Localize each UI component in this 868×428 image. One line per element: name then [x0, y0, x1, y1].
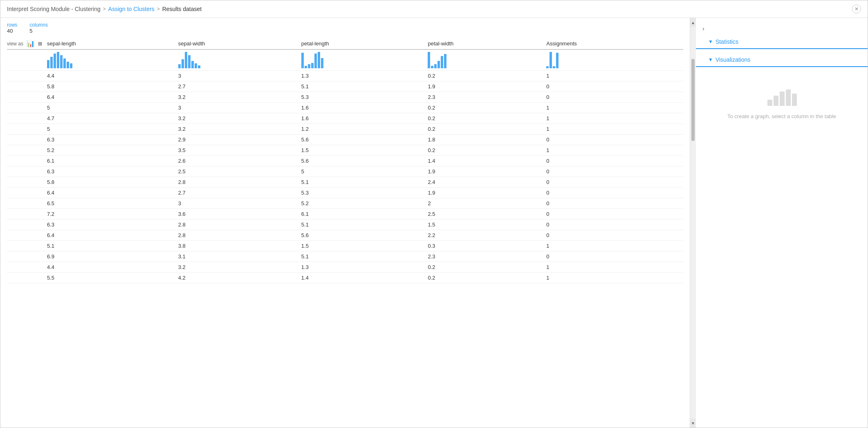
visualizations-title: Visualizations — [715, 56, 750, 63]
cell-0: 5.1 — [47, 241, 178, 251]
cell-3: 1.8 — [428, 134, 546, 145]
cell-0: 5 — [47, 124, 178, 134]
breadcrumb-sep1: > — [103, 6, 106, 12]
cell-0: 5 — [47, 103, 178, 113]
breadcrumb-part1: Interpret Scoring Module - Clustering — [7, 6, 101, 12]
cell-4: 0 — [546, 166, 683, 177]
row-index — [7, 71, 47, 81]
cell-2: 1.6 — [301, 113, 428, 124]
row-index — [7, 220, 47, 230]
viz-placeholder: To create a graph, select a column in th… — [696, 67, 868, 136]
cell-2: 5.6 — [301, 230, 428, 241]
cell-1: 2.6 — [178, 156, 301, 166]
statistics-section-header[interactable]: ▼ Statistics — [696, 35, 868, 49]
table-row: 6.12.65.61.40 — [7, 156, 683, 166]
row-index — [7, 188, 47, 198]
cell-4: 0 — [546, 220, 683, 230]
scroll-down-arrow[interactable]: ▼ — [690, 419, 696, 428]
col-header-sepal-length[interactable]: sepal-length — [47, 38, 178, 49]
bar — [441, 56, 443, 68]
cell-1: 2.7 — [178, 81, 301, 92]
table-row: 4.73.21.60.21 — [7, 113, 683, 124]
bar-view-icon[interactable]: 📊 — [27, 40, 35, 47]
cell-4: 0 — [546, 92, 683, 103]
cell-3: 2.2 — [428, 230, 546, 241]
cell-4: 1 — [546, 124, 683, 134]
cell-1: 2.5 — [178, 166, 301, 177]
svg-rect-0 — [767, 100, 772, 106]
cell-1: 3.5 — [178, 145, 301, 156]
bar — [308, 64, 310, 68]
cell-4: 0 — [546, 230, 683, 241]
bar — [195, 63, 197, 68]
table-row: 6.42.75.31.90 — [7, 188, 683, 198]
svg-rect-1 — [774, 96, 778, 106]
visualizations-section-header[interactable]: ▼ Visualizations — [696, 53, 868, 67]
scrollbar-thumb[interactable] — [691, 59, 695, 141]
close-button[interactable]: ✕ — [852, 4, 861, 13]
cell-1: 3.6 — [178, 209, 301, 220]
table-row: 5.82.75.11.90 — [7, 81, 683, 92]
bar — [54, 54, 56, 68]
cell-3: 2.3 — [428, 92, 546, 103]
cell-0: 6.4 — [47, 230, 178, 241]
cell-2: 1.3 — [301, 262, 428, 273]
cell-1: 3.2 — [178, 124, 301, 134]
cell-3: 1.4 — [428, 156, 546, 166]
cell-4: 0 — [546, 81, 683, 92]
row-index — [7, 177, 47, 188]
cell-0: 7.2 — [47, 209, 178, 220]
col-header-petal-length[interactable]: petal-length — [301, 38, 428, 49]
cell-4: 1 — [546, 103, 683, 113]
row-index — [7, 273, 47, 283]
breadcrumb-part2[interactable]: Assign to Clusters — [108, 6, 155, 12]
row-index — [7, 124, 47, 134]
cell-0: 6.1 — [47, 156, 178, 166]
svg-rect-2 — [780, 92, 785, 106]
cell-4: 0 — [546, 177, 683, 188]
bar — [550, 52, 552, 68]
col-header-assignments[interactable]: Assignments — [546, 38, 683, 49]
cell-1: 4.2 — [178, 273, 301, 283]
col-header-sepal-width[interactable]: sepal-width — [178, 38, 301, 49]
right-panel: › ▼ Statistics ▼ Visualizations — [696, 18, 868, 428]
row-index — [7, 92, 47, 103]
meta-row: rows 40 columns 5 — [0, 18, 690, 38]
center-scrollbar: ▲ ▼ — [690, 18, 696, 428]
placeholder-chart-svg — [765, 83, 798, 108]
cell-4: 1 — [546, 241, 683, 251]
view-as-label: view as — [7, 41, 23, 47]
col-header-petal-width[interactable]: petal-width — [428, 38, 546, 49]
visualizations-arrow-icon: ▼ — [708, 57, 713, 63]
table-row: 5.23.51.50.21 — [7, 145, 683, 156]
table-view-icon[interactable]: ⊞ — [38, 41, 42, 47]
left-panel: rows 40 columns 5 view as 📊 ⊞ — [0, 18, 690, 428]
histogram-sepal-length — [47, 49, 178, 71]
cell-2: 5.6 — [301, 156, 428, 166]
cell-0: 6.3 — [47, 166, 178, 177]
cell-1: 3.1 — [178, 251, 301, 262]
svg-rect-4 — [792, 94, 797, 106]
bar — [553, 66, 555, 68]
cell-3: 1.9 — [428, 166, 546, 177]
cell-2: 1.5 — [301, 145, 428, 156]
cell-0: 4.4 — [47, 71, 178, 81]
bar — [301, 53, 304, 68]
right-panel-toggle[interactable]: › — [696, 22, 868, 35]
cell-1: 2.8 — [178, 220, 301, 230]
histogram-assignments — [546, 49, 683, 71]
cell-3: 0.2 — [428, 273, 546, 283]
row-index — [7, 241, 47, 251]
row-index — [7, 156, 47, 166]
cell-4: 0 — [546, 251, 683, 262]
bar — [318, 52, 320, 68]
cell-2: 5.1 — [301, 81, 428, 92]
histogram-petal-length — [301, 49, 428, 71]
cell-2: 5.3 — [301, 188, 428, 198]
cell-1: 2.9 — [178, 134, 301, 145]
cell-1: 3 — [178, 198, 301, 209]
cell-2: 6.1 — [301, 209, 428, 220]
table-row: 5.82.85.12.40 — [7, 177, 683, 188]
rows-value: 40 — [7, 28, 17, 34]
table-row: 6.535.220 — [7, 198, 683, 209]
